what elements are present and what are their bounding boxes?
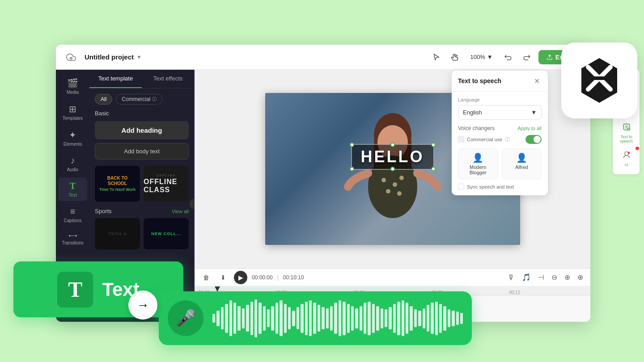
transitions-icon: ⟷ — [68, 232, 77, 239]
zoom-button[interactable]: 100% ▼ — [467, 52, 496, 62]
waveform-bar — [376, 306, 379, 331]
sidebar-item-media[interactable]: 🎬 Media — [58, 74, 87, 98]
waveform-bar — [267, 309, 270, 327]
language-chevron: ▼ — [531, 109, 537, 116]
sidebar-item-audio[interactable]: ♪ Audio — [58, 152, 87, 176]
cloud-upload-icon[interactable] — [63, 49, 79, 65]
fit-button[interactable]: ⊕ — [563, 271, 572, 283]
elements-icon: ✦ — [69, 130, 76, 140]
mic-circle: 🎤 — [168, 300, 203, 336]
timeline-download-button[interactable]: ⬇ — [217, 271, 229, 284]
waveform-bar — [385, 309, 387, 327]
waveform-bar — [431, 303, 433, 334]
audio-waveform — [212, 300, 463, 336]
select-cursor-button[interactable] — [429, 50, 444, 64]
handle-bottom-mid[interactable] — [390, 167, 395, 171]
tts-close-button[interactable]: ✕ — [532, 76, 542, 86]
tab-text-template[interactable]: Text template — [89, 70, 142, 88]
voice-card-modern-blogger[interactable]: 👤 Modern Blogger — [458, 148, 498, 179]
text-icon: T — [70, 181, 76, 191]
timeline-play-button[interactable]: ▶ — [234, 271, 247, 284]
template-back-to-school[interactable]: BACK TOSCHOOL Time To Hard Work — [95, 166, 140, 202]
tab-text-effects[interactable]: Text effects — [142, 70, 194, 88]
sidebar-item-text[interactable]: T Text — [58, 177, 87, 201]
waveform-bar — [347, 304, 350, 333]
sports-thumb-2[interactable]: NEW COLL... — [144, 218, 189, 249]
floating-audio-card: 🎤 — [159, 291, 472, 345]
microphone-button[interactable]: 🎙 — [506, 272, 517, 283]
tts-panel: Text to speech ✕ Language English ▼ Voic… — [452, 71, 548, 195]
language-select[interactable]: English ▼ — [458, 105, 542, 120]
info-icon: ⓘ — [152, 96, 157, 102]
ruler-4: 00:12 — [509, 290, 587, 295]
modern-blogger-icon: 👤 — [462, 152, 494, 163]
redo-button[interactable] — [520, 50, 534, 64]
waveform-bar — [301, 304, 303, 333]
template-offline-class[interactable]: OFFLINE OFFLINE CLASS — [144, 166, 189, 202]
sidebar-item-templates[interactable]: ⊞ Templates — [58, 100, 87, 124]
sync-checkbox[interactable] — [458, 184, 464, 190]
commercial-use-label: Commercial use — [467, 137, 502, 142]
waveform-bar — [237, 306, 240, 331]
topbar: Untitled project ▼ 100% ▼ — [56, 45, 590, 70]
timeline-controls: 🗑 ⬇ ▶ 00:00:00 | 00:10:10 🎙 🎵 ⊣ ⊖ ⊕ ⊕ — [195, 269, 590, 286]
waveform-bar — [313, 303, 316, 334]
commercial-row: Commercial use ⓘ — [458, 135, 542, 144]
section-basic-title: Basic — [95, 110, 189, 117]
handle-top-left[interactable] — [350, 143, 354, 147]
sports-thumb-1-label: TikTok & — [108, 232, 127, 236]
handle-top-right[interactable] — [431, 143, 436, 147]
waveform-bar — [460, 313, 463, 324]
add-body-button[interactable]: Add body text — [95, 143, 189, 160]
waveform-bar — [406, 303, 408, 334]
rip-ai[interactable]: AI — [615, 148, 638, 170]
sidebar-item-transitions[interactable]: ⟷ Transitions — [58, 228, 87, 249]
sports-thumb-1[interactable]: TikTok & — [95, 218, 140, 249]
sidebar-item-captions[interactable]: ≡ Captions — [58, 203, 87, 227]
minus-zoom-button[interactable]: ⊖ — [550, 271, 559, 283]
project-name-container[interactable]: Untitled project ▼ — [85, 53, 142, 61]
voice-card-alfred[interactable]: 👤 Alfred — [502, 148, 542, 179]
waveform-bar — [381, 308, 383, 328]
plus-zoom-button[interactable]: ⊕ — [576, 271, 585, 283]
waveform-bar — [275, 303, 278, 334]
undo-button[interactable] — [501, 50, 515, 64]
filter-commercial-label: Commercial — [122, 96, 150, 102]
filter-row: All Commercial ⓘ — [95, 94, 189, 105]
waveform-bar — [271, 306, 274, 331]
ai-label: AI — [624, 163, 628, 167]
handle-bottom-left[interactable] — [350, 167, 354, 171]
tts-header: Text to speech ✕ — [452, 71, 548, 92]
waveform-bar — [355, 308, 358, 328]
pan-hand-button[interactable] — [448, 50, 462, 64]
tpl-school-text: Time To Hard Work — [99, 187, 136, 192]
text-icon-label: T — [68, 277, 82, 302]
waveform-bar — [427, 305, 429, 332]
topbar-tools: 100% ▼ Expo — [429, 50, 583, 64]
view-all-link[interactable]: View all — [172, 209, 189, 214]
commercial-use-toggle[interactable] — [525, 135, 542, 144]
split-button[interactable]: ⊣ — [536, 271, 546, 283]
add-body-label: Add body text — [124, 148, 160, 155]
timeline-delete-button[interactable]: 🗑 — [200, 271, 212, 284]
waveform-bar — [254, 299, 257, 337]
handle-top-mid[interactable] — [390, 143, 395, 147]
voice-cards: 👤 Modern Blogger 👤 Alfred — [458, 148, 542, 179]
zoom-chevron: ▼ — [487, 54, 493, 60]
sidebar-transitions-label: Transitions — [62, 240, 84, 245]
woman-figure — [330, 102, 455, 245]
project-name: Untitled project — [85, 53, 134, 61]
filter-all-chip[interactable]: All — [95, 94, 112, 105]
waveform-bar — [423, 308, 425, 328]
filter-all-label: All — [101, 96, 106, 102]
filter-commercial-chip[interactable]: Commercial ⓘ — [116, 94, 162, 105]
waveform-bar — [414, 309, 417, 327]
voiceover-button[interactable]: 🎵 — [520, 271, 533, 283]
template-grid: BACK TOSCHOOL Time To Hard Work OFFLINE … — [95, 166, 189, 202]
voice2-name: Alfred — [506, 164, 538, 170]
rip-tts[interactable]: Text tospeech — [615, 120, 638, 146]
add-heading-button[interactable]: Add heading — [95, 121, 189, 139]
apply-to-all-link[interactable]: Apply to all — [517, 126, 542, 131]
handle-bottom-right[interactable] — [431, 167, 436, 171]
sidebar-item-elements[interactable]: ✦ Elements — [58, 126, 87, 150]
